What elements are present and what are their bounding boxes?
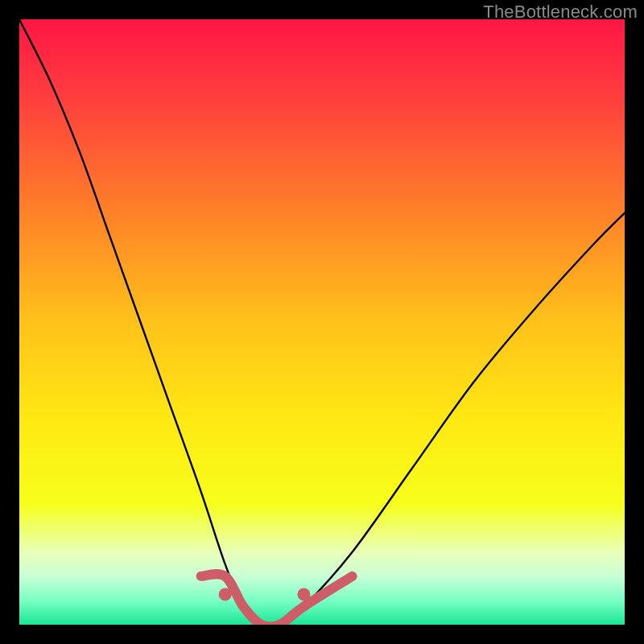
flat-zone-end-dot	[219, 588, 232, 601]
chart-plot-area	[19, 19, 625, 625]
flat-zone-end-dot	[297, 588, 310, 601]
chart-svg	[19, 19, 625, 625]
gradient-background	[19, 19, 625, 625]
chart-frame: TheBottleneck.com	[0, 0, 644, 644]
watermark-text: TheBottleneck.com	[483, 2, 638, 23]
